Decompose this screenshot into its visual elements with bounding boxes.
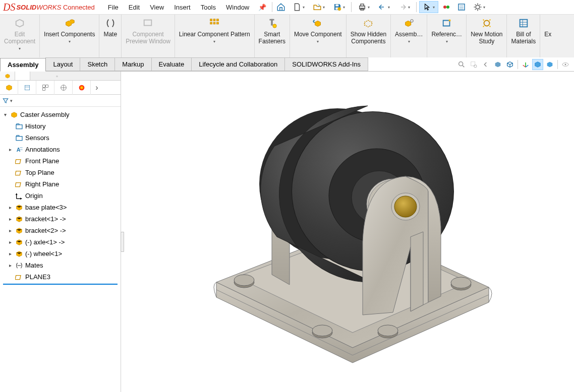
tab-markup[interactable]: Markup — [114, 57, 151, 71]
tab-sketch[interactable]: Sketch — [80, 57, 115, 71]
ribbon-mate[interactable]: Mate — [99, 15, 122, 57]
svg-rect-16 — [213, 19, 215, 21]
fm-appearance-icon[interactable] — [73, 81, 91, 95]
tree-node-label: Top Plane — [25, 169, 54, 176]
home-button[interactable] — [274, 1, 288, 13]
feature-tree: ▾ Caster Assembly HistorySensors▸AAnnota… — [0, 107, 121, 392]
tab-evaluate[interactable]: Evaluate — [151, 57, 192, 71]
tree-node[interactable]: Origin — [0, 190, 121, 202]
tree-node[interactable]: ▸bracket<2> -> — [0, 225, 121, 236]
new-button[interactable]: ▾ — [289, 1, 308, 13]
tree-node-label: Front Plane — [25, 157, 59, 165]
svg-rect-48 — [16, 124, 22, 128]
ribbon-motion-study[interactable]: New Motion Study — [467, 15, 507, 57]
tree-node[interactable]: ▸base plate<3> — [0, 202, 121, 213]
filter-row[interactable]: ▾ — [0, 95, 121, 107]
ribbon-bom[interactable]: Bill of Materials — [507, 15, 540, 57]
svg-rect-9 — [458, 4, 465, 10]
graphics-viewport[interactable] — [121, 72, 574, 392]
tab-assembly[interactable]: Assembly — [0, 58, 46, 72]
ribbon-assembly[interactable]: Assemb…▾ — [391, 15, 427, 57]
tree-node[interactable]: Sensors — [0, 132, 121, 144]
fm-dim-icon[interactable] — [54, 81, 73, 95]
tree-node[interactable]: Front Plane — [0, 155, 121, 167]
options-list-button[interactable] — [454, 1, 469, 13]
svg-point-8 — [446, 6, 449, 9]
tree-node-label: Annotations — [25, 146, 60, 153]
svg-rect-43 — [42, 88, 45, 90]
tab-layout[interactable]: Layout — [45, 57, 80, 71]
undo-button[interactable]: ▾ — [374, 1, 393, 13]
svg-point-24 — [410, 20, 413, 23]
ribbon-move-component[interactable]: Move Component▾ — [290, 15, 347, 57]
fm-tree-icon[interactable] — [0, 81, 18, 95]
tree-root[interactable]: ▾ Caster Assembly — [0, 109, 121, 120]
side-tab-close-icon[interactable]: ◦ — [49, 72, 65, 80]
model-render — [186, 86, 509, 378]
zoom-area-icon[interactable] — [468, 59, 479, 70]
ribbon-edit-component[interactable]: Edit Component▾ — [0, 15, 40, 57]
menu-edit[interactable]: Edit — [124, 2, 145, 13]
tree-node[interactable]: ▸Mates — [0, 259, 121, 271]
tree-node[interactable]: ▸bracket<1> -> — [0, 213, 121, 225]
svg-point-23 — [273, 24, 276, 28]
menu-tools[interactable]: Tools — [196, 2, 221, 13]
ribbon-smart-fasteners[interactable]: Smart Fasteners — [255, 15, 290, 57]
svg-point-7 — [443, 6, 446, 9]
hide-show-icon[interactable] — [560, 59, 571, 70]
redo-button[interactable]: ▾ — [394, 1, 414, 13]
ribbon-linear-pattern[interactable]: Linear Component Pattern▾ — [175, 15, 255, 57]
view-orient-icon[interactable] — [504, 59, 515, 70]
menu-window[interactable]: Window — [221, 2, 254, 13]
app-logo: DS SOLIDWORKS Connected — [3, 2, 95, 13]
tree-node[interactable]: ▸(-) wheel<1> — [0, 248, 121, 259]
tree-node-label: bracket<2> -> — [25, 227, 66, 234]
tree-node[interactable]: Right Plane — [0, 178, 121, 190]
tree-node[interactable]: ▸AAnnotations — [0, 144, 121, 155]
tree-node[interactable]: History — [0, 120, 121, 132]
shaded-icon[interactable] — [544, 59, 555, 70]
settings-gear-button[interactable]: ▾ — [470, 1, 489, 13]
zoom-fit-icon[interactable] — [456, 59, 467, 70]
traffic-light-button[interactable] — [439, 1, 453, 13]
svg-rect-49 — [16, 136, 22, 140]
side-tab-empty[interactable] — [15, 72, 30, 80]
ribbon-overflow[interactable]: Ex — [540, 15, 555, 57]
menu-view[interactable]: View — [145, 2, 169, 13]
ribbon-show-hidden[interactable]: Show Hidden Components — [347, 15, 391, 57]
app-logo-script: DS — [3, 2, 15, 13]
fm-config-icon[interactable] — [36, 81, 54, 95]
print-button[interactable]: ▾ — [354, 1, 373, 13]
svg-line-36 — [526, 65, 528, 67]
tree-node-label: Sensors — [25, 134, 49, 142]
svg-rect-41 — [42, 85, 45, 87]
menu-file[interactable]: File — [103, 2, 124, 13]
svg-rect-19 — [213, 22, 215, 24]
axis-icon[interactable] — [520, 59, 531, 70]
pin-icon[interactable]: 📌 — [254, 4, 270, 11]
panel-collapse-handle[interactable] — [121, 232, 124, 252]
side-tab-feature[interactable] — [0, 72, 15, 80]
open-button[interactable]: ▾ — [309, 1, 328, 13]
ribbon-reference[interactable]: Referenc…▾ — [427, 15, 467, 57]
menu-insert[interactable]: Insert — [169, 2, 196, 13]
svg-rect-42 — [45, 85, 48, 87]
tab-lifecycle[interactable]: Lifecycle and Collaboration — [191, 57, 285, 71]
select-cursor-button[interactable]: ▾ — [419, 1, 438, 13]
save-button[interactable]: !▾ — [329, 1, 349, 13]
prev-view-icon[interactable] — [480, 59, 491, 70]
tree-node-label: Mates — [25, 262, 43, 269]
ribbon-preview-window[interactable]: Component Preview Window — [122, 15, 175, 57]
ribbon-insert-components[interactable]: Insert Components▾ — [40, 15, 99, 57]
shaded-edges-icon[interactable] — [532, 59, 543, 70]
fm-more-icon[interactable]: › — [91, 81, 103, 95]
fm-property-icon[interactable] — [18, 81, 36, 95]
tree-node-label: Origin — [25, 192, 43, 200]
tab-addins[interactable]: SOLIDWORKS Add-Ins — [284, 57, 368, 71]
svg-rect-20 — [217, 22, 219, 24]
tree-node[interactable]: Top Plane — [0, 167, 121, 178]
tree-node[interactable]: ▸(-) axle<1> -> — [0, 236, 121, 248]
svg-rect-18 — [210, 22, 212, 24]
tree-node[interactable]: PLANE3 — [0, 271, 121, 283]
section-view-icon[interactable] — [492, 59, 503, 70]
